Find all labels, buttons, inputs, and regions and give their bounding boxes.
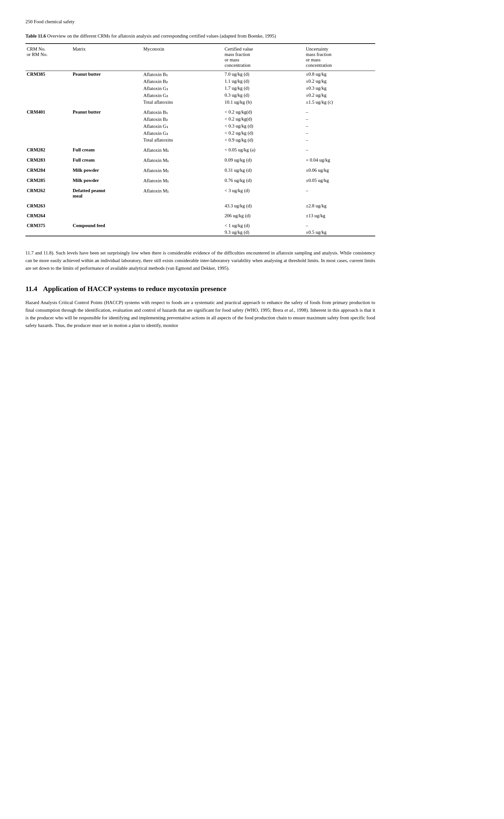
cell-crm [25,229,71,236]
cell-uncertainty: ±0.2 ug/kg [305,78,375,85]
cell-mycotoxin: Aflatoxin B₂ [142,78,224,85]
crm-table: CRM No.or RM No. Matrix Mycotoxin Certif… [25,43,375,236]
cell-certified-value: 1.7 ug/kg (d) [223,85,305,92]
table-row: CRM401Peanut butterAflatoxin B₁< 0.2 ug/… [25,109,375,116]
cell-crm [25,78,71,85]
cell-crm: CRM282 [25,147,71,154]
cell-mycotoxin: Aflatoxin B₁ [142,109,224,116]
cell-certified-value: 206 ug/kg (d) [223,212,305,219]
cell-matrix [71,229,142,236]
table-row: CRM264206 ug/kg (d)±13 ug/kg [25,212,375,219]
table-row: Aflatoxin B₂< 0.2 ug/kg(d)– [25,116,375,123]
cell-mycotoxin [142,203,224,209]
cell-mycotoxin: Aflatoxin M₁ [142,157,224,164]
cell-mycotoxin: Aflatoxin M₁ [142,187,224,199]
cell-matrix: Full cream [71,157,142,164]
cell-certified-value: 10.1 ug/kg (b) [223,99,305,106]
cell-certified-value: < 0.2 ug/kg (d) [223,130,305,137]
cell-mycotoxin: Aflatoxin G₂ [142,92,224,99]
row-spacer [25,199,375,203]
cell-certified-value: < 0.9 ug/kg (d) [223,137,305,143]
row-spacer [25,164,375,167]
table-row: CRM285Milk powderAflatoxin M₁0.76 ug/kg … [25,177,375,184]
cell-crm [25,116,71,123]
cell-mycotoxin: Aflatoxin G₂ [142,130,224,137]
cell-certified-value: 0.31 ug/kg (d) [223,167,305,174]
haccp-body: Hazard Analysis Critical Control Points … [25,299,375,329]
cell-certified-value: 1.1 ug/kg (d) [223,78,305,85]
section-number: 11.4 [25,285,37,293]
cell-matrix [71,78,142,85]
row-spacer [25,143,375,147]
cell-matrix: Peanut butter [71,109,142,116]
cell-mycotoxin: Total aflatoxins [142,99,224,106]
table-row: Aflatoxin B₂1.1 ug/kg (d)±0.2 ug/kg [25,78,375,85]
table-row: CRM262Defatted peanutmealAflatoxin M₁< 3… [25,187,375,199]
cell-certified-value: 0.3 ug/kg (d) [223,92,305,99]
cell-crm: CRM401 [25,109,71,116]
cell-crm [25,92,71,99]
col-header-certified: Certified valuemass fractionor massconce… [223,44,305,71]
cell-mycotoxin: Aflatoxin M₁ [142,167,224,174]
table-row: Aflatoxin G₁< 0.3 ug/kg (d)– [25,123,375,130]
cell-matrix: Milk powder [71,167,142,174]
cell-crm [25,137,71,143]
cell-certified-value: 9.3 ug/kg (d) [223,229,305,236]
table-row: CRM26343.3 ug/kg (d)±2.8 ug/kg [25,203,375,209]
cell-mycotoxin: Aflatoxin G₁ [142,85,224,92]
cell-matrix [71,130,142,137]
cell-crm: CRM285 [25,177,71,184]
cell-crm [25,99,71,106]
cell-uncertainty: – [305,147,375,154]
cell-matrix [71,99,142,106]
cell-certified-value: < 3 ug/kg (d) [223,187,305,199]
table-row: CRM283Full creamAflatoxin M₁0.09 ug/kg (… [25,157,375,164]
table-row: 9.3 ug/kg (d)±0.5 ug/kg [25,229,375,236]
cell-crm: CRM375 [25,222,71,229]
cell-mycotoxin: Aflatoxin M₁ [142,147,224,154]
cell-uncertainty: – [305,116,375,123]
cell-uncertainty: – [305,130,375,137]
table-row: Aflatoxin G₁1.7 ug/kg (d)±0.3 ug/kg [25,85,375,92]
cell-certified-value: 0.09 ug/kg (d) [223,157,305,164]
cell-crm: CRM264 [25,212,71,219]
cell-crm: CRM284 [25,167,71,174]
cell-matrix: Compound feed [71,222,142,229]
table-row: Total aflatoxins10.1 ug/kg (b)±1.5 ug/kg… [25,99,375,106]
col-header-matrix: Matrix [71,44,142,71]
cell-crm [25,85,71,92]
cell-uncertainty: ±13 ug/kg [305,212,375,219]
cell-uncertainty: ±0.3 ug/kg [305,85,375,92]
cell-uncertainty: ±1.5 ug/kg (c) [305,99,375,106]
cell-certified-value: < 0.05 ug/kg (a) [223,147,305,154]
col-header-mycotoxin: Mycotoxin [142,44,224,71]
cell-matrix: Defatted peanutmeal [71,187,142,199]
cell-crm: CRM385 [25,71,71,78]
cell-uncertainty: – [305,109,375,116]
cell-uncertainty: – [305,187,375,199]
cell-uncertainty: – [305,123,375,130]
cell-uncertainty: – [305,222,375,229]
cell-uncertainty: ±0.8 ug/kg [305,71,375,78]
col-header-uncertainty: Uncertaintymass fractionor massconcentra… [305,44,375,71]
table-caption: Table 11.6 Overview on the different CRM… [25,33,375,39]
table-header-row: CRM No.or RM No. Matrix Mycotoxin Certif… [25,44,375,71]
cell-matrix [71,85,142,92]
section-title: Application of HACCP systems to reduce m… [43,285,226,293]
haccp-body-text: Hazard Analysis Critical Control Points … [25,300,375,328]
cell-mycotoxin: Aflatoxin B₁ [142,71,224,78]
cell-certified-value: 7.0 ug/kg (d) [223,71,305,78]
cell-matrix [71,92,142,99]
header-text: 250 Food chemical safety [25,19,75,24]
cell-certified-value: < 0.3 ug/kg (d) [223,123,305,130]
cell-matrix [71,203,142,209]
cell-mycotoxin: Aflatoxin G₁ [142,123,224,130]
cell-crm: CRM283 [25,157,71,164]
cell-mycotoxin: Aflatoxin M₁ [142,177,224,184]
table-row: CRM282Full creamAflatoxin M₁< 0.05 ug/kg… [25,147,375,154]
cell-matrix: Full cream [71,147,142,154]
section-heading: 11.4 Application of HACCP systems to red… [25,285,375,293]
cell-matrix: Milk powder [71,177,142,184]
cell-uncertainty: ±0.2 ug/kg [305,92,375,99]
cell-matrix [71,123,142,130]
